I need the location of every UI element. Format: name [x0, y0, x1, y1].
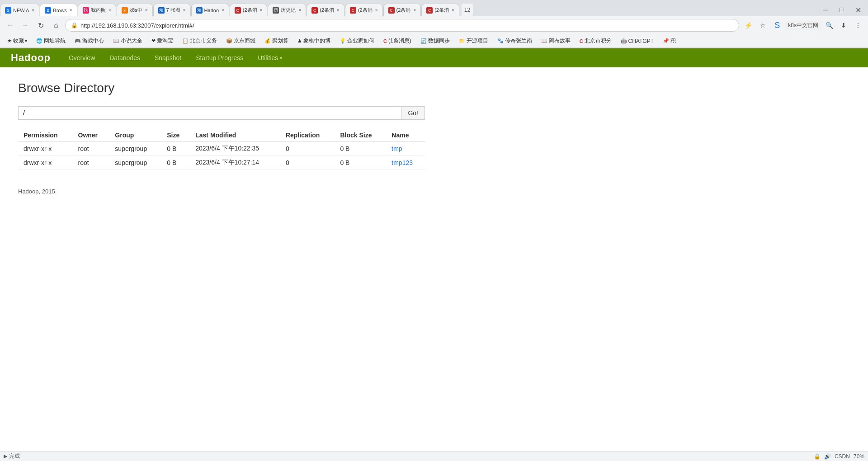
row2-replication: 0: [280, 156, 335, 170]
tab-count-badge[interactable]: 12: [462, 4, 473, 16]
row1-owner: root: [73, 142, 110, 156]
address-input[interactable]: [80, 22, 733, 29]
xiangqi-icon: ♟: [297, 38, 302, 44]
bookmark-bjscore[interactable]: C 北京市积分: [576, 36, 615, 46]
tab-label-8: 历史记: [281, 7, 296, 14]
search-btn[interactable]: 🔍: [823, 19, 835, 32]
row1-group: supergroup: [109, 142, 161, 156]
forward-button[interactable]: →: [19, 19, 32, 32]
tab-11[interactable]: C (2条消 ×: [383, 4, 421, 16]
row1-name: tmp: [386, 142, 425, 156]
tab-4[interactable]: k k8s中 ×: [117, 4, 153, 16]
tab-8[interactable]: 历 历史记 ×: [268, 4, 306, 16]
tab-close-5[interactable]: ×: [180, 8, 186, 13]
bookmark-opensource[interactable]: 📁 开源项目: [455, 36, 492, 46]
opensource-icon: 📁: [459, 38, 465, 44]
bookmark-btn[interactable]: ☆: [756, 19, 769, 32]
window-minimize-btn[interactable]: ─: [819, 4, 832, 16]
bookmark-beijing[interactable]: 📋 北京市义务: [179, 36, 221, 46]
bookmark-msg1[interactable]: C (1条消息): [380, 36, 415, 46]
bookmark-ji[interactable]: 📌 积: [659, 36, 679, 46]
games-icon: 🎮: [75, 38, 81, 44]
window-close-btn[interactable]: ✕: [852, 4, 864, 16]
path-input[interactable]: [18, 106, 401, 120]
tab-close-6[interactable]: ×: [219, 8, 224, 13]
row1-name-link[interactable]: tmp: [392, 145, 402, 152]
tab-favicon-2: B: [45, 7, 51, 14]
tab-close-4[interactable]: ×: [142, 8, 148, 13]
tab-favicon-8: 历: [273, 7, 279, 14]
tab-label-9: (2条消: [320, 7, 334, 14]
bookmark-ji-label: 积: [670, 37, 676, 45]
tab-close-8[interactable]: ×: [296, 8, 301, 13]
bookmark-favorites[interactable]: ★ 收藏 ▾: [4, 36, 31, 46]
window-restore-btn[interactable]: □: [835, 4, 848, 16]
reload-button[interactable]: ↻: [34, 19, 47, 32]
tab-2[interactable]: B Brows ×: [40, 4, 77, 16]
nav-utilities[interactable]: Utilities ▾: [250, 48, 289, 67]
menu-btn[interactable]: ⋮: [852, 19, 864, 32]
bookmark-chatgpt[interactable]: 🤖 CHATGPT: [617, 37, 657, 45]
bookmark-xiangqi[interactable]: ♟ 象棋中的博: [294, 36, 334, 46]
bookmark-qiye[interactable]: 💡 企业家如何: [336, 36, 378, 46]
datasync-icon: 🔄: [420, 38, 427, 44]
tab-close-1[interactable]: ×: [29, 8, 34, 13]
tab-close-7[interactable]: ×: [257, 8, 263, 13]
tab-close-12[interactable]: ×: [449, 8, 454, 13]
qiye-icon: 💡: [340, 38, 346, 44]
bookmark-nav[interactable]: 🌐 网址导航: [33, 36, 69, 46]
download-btn[interactable]: ⬇: [837, 19, 850, 32]
profile-btn[interactable]: S: [771, 19, 783, 32]
nav-startup-progress[interactable]: Startup Progress: [189, 48, 250, 67]
tab-1[interactable]: S NEW A ×: [0, 4, 39, 16]
bookmark-abu[interactable]: 📖 阿布故事: [538, 36, 574, 46]
abu-icon: 📖: [541, 38, 547, 44]
bookmark-jd[interactable]: 📦 京东商城: [222, 36, 259, 46]
tab-close-2[interactable]: ×: [67, 8, 72, 13]
beijing-icon: 📋: [182, 38, 189, 44]
bookmark-datasync[interactable]: 🔄 数据同步: [417, 36, 453, 46]
bookmark-novels[interactable]: 📖 小说大全: [109, 36, 146, 46]
back-button[interactable]: ←: [4, 19, 16, 32]
bookmark-qiye-label: 企业家如何: [347, 37, 374, 45]
bookmark-zhanglan[interactable]: 🐾 传奇张兰南: [494, 36, 536, 46]
tab-close-11[interactable]: ×: [410, 8, 416, 13]
tab-3[interactable]: 我 我的照 ×: [78, 4, 116, 16]
page-title: Browse Directory: [18, 81, 850, 95]
jd-icon: 📦: [226, 38, 232, 44]
row2-name-link[interactable]: tmp123: [392, 159, 413, 166]
bookmark-taobao[interactable]: ❤ 爱淘宝: [148, 36, 177, 46]
directory-table: Permission Owner Group Size Last Modifie…: [18, 129, 425, 170]
nav-overview[interactable]: Overview: [61, 48, 102, 67]
tab-favicon-5: 知: [158, 7, 165, 14]
tab-bar: S NEW A × B Brows × 我 我的照 × k k8s中 × 知 7…: [0, 0, 868, 16]
table-body: drwxr-xr-x root supergroup 0 B 2023/6/4 …: [18, 142, 425, 170]
nav-datanodes[interactable]: Datanodes: [102, 48, 147, 67]
home-button[interactable]: ⌂: [50, 19, 62, 32]
address-bar[interactable]: 🔒: [65, 19, 739, 32]
tab-close-10[interactable]: ×: [373, 8, 378, 13]
tab-favicon-4: k: [122, 7, 128, 14]
go-button[interactable]: Go!: [401, 106, 425, 120]
tab-7[interactable]: C (2条消 ×: [230, 4, 268, 16]
bookmark-juhua[interactable]: 💰 聚划算: [261, 36, 292, 46]
tab-favicon-3: 我: [83, 7, 89, 14]
tab-9[interactable]: C (2条消 ×: [307, 4, 344, 16]
toolbar-row: ← → ↻ ⌂ 🔒 ⚡ ☆ S k8s中文官网 🔍 ⬇ ⋮: [0, 16, 868, 34]
tab-12[interactable]: C (2条消 ×: [421, 4, 459, 16]
path-form: Go!: [18, 106, 425, 120]
bookmark-novels-label: 小说大全: [121, 37, 142, 45]
tab-close-3[interactable]: ×: [106, 8, 111, 13]
tab-favicon-11: C: [388, 7, 395, 14]
bookmark-chatgpt-label: CHATGPT: [628, 38, 654, 44]
security-icon: 🔒: [71, 22, 78, 28]
tab-10[interactable]: C (2条消 ×: [345, 4, 383, 16]
tab-close-9[interactable]: ×: [334, 8, 340, 13]
tab-5[interactable]: 知 7 张图 ×: [153, 4, 191, 16]
bookmark-games[interactable]: 🎮 游戏中心: [71, 36, 108, 46]
main-content: Browse Directory Go! Permission Owner Gr…: [0, 67, 868, 208]
tab-6[interactable]: 知 Hadoo ×: [191, 4, 229, 16]
extensions-btn[interactable]: ⚡: [742, 19, 755, 32]
nav-snapshot[interactable]: Snapshot: [147, 48, 189, 67]
tab-label-11: (2条消: [396, 7, 411, 14]
